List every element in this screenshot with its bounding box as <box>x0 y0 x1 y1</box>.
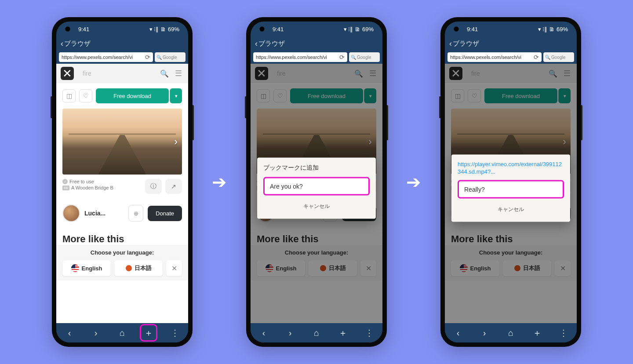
google-search[interactable]: 🔍Google <box>349 52 380 62</box>
language-close-icon[interactable]: ✕ <box>166 260 182 276</box>
google-search[interactable]: 🔍Google <box>155 52 186 62</box>
nav-home-icon[interactable]: ⌂ <box>115 325 130 340</box>
nav-back-icon[interactable]: ‹ <box>256 325 271 340</box>
cc-icon: CC <box>62 186 69 190</box>
nav-forward-icon[interactable]: › <box>88 325 103 340</box>
author-name[interactable]: Lucia... <box>84 210 106 217</box>
phone-3: 9:41 ▾ ⁝∥ 🗎 69% ‹ブラウザ https://www.pexels… <box>440 17 581 347</box>
nav-add-icon[interactable]: ＋ <box>141 325 156 340</box>
flag-us-icon <box>71 264 79 272</box>
back-chevron-icon[interactable]: ‹ <box>255 39 258 48</box>
site-search-bar: ✕ fire 🔍 ☰ <box>56 64 188 83</box>
app-header: ‹ブラウザ <box>56 36 188 51</box>
avatar[interactable] <box>62 204 80 222</box>
screen-2: 9:41 ▾ ⁝∥ 🗎 69% ‹ブラウザ https://www.pexels… <box>251 22 382 342</box>
search-icon: 🔍 <box>351 55 356 60</box>
check-icon: ✓ <box>62 179 68 184</box>
cancel-button[interactable]: キャンセル <box>263 200 370 213</box>
search-icon[interactable]: 🔍 <box>160 69 169 78</box>
video-name-input[interactable]: Really? <box>458 180 564 199</box>
reload-icon[interactable]: ⟳ <box>339 54 345 61</box>
close-icon[interactable]: ✕ <box>61 67 74 80</box>
page-content: ✕ fire 🔍 ☰ ◫ ♡ Free download ▾ › ✓Free t… <box>56 64 188 323</box>
reload-icon[interactable]: ⟳ <box>145 54 150 61</box>
flag-jp-icon <box>126 265 132 271</box>
app-header: ‹ブラウザ <box>251 36 382 51</box>
search-input[interactable]: fire <box>80 70 154 77</box>
author-row: Lucia... ⊕ Donate <box>56 198 188 228</box>
nav-home-icon[interactable]: ⌂ <box>309 325 324 340</box>
tool-row: ◫ ♡ Free download ▾ <box>56 83 188 109</box>
status-time: 9:41 <box>78 26 89 33</box>
status-bar: 9:41 ▾ ⁝∥ 🗎 69% <box>56 22 188 36</box>
like-button[interactable]: ♡ <box>79 89 92 102</box>
download-caret-icon[interactable]: ▾ <box>170 88 182 103</box>
phone-2: 9:41 ▾ ⁝∥ 🗎 69% ‹ブラウザ https://www.pexels… <box>246 17 387 347</box>
cancel-button[interactable]: キャンセル <box>458 203 564 216</box>
dialog-title: ブックマークに追加 <box>263 164 370 172</box>
url-input[interactable]: https://www.pexels.com/search/vi⟳ <box>59 52 153 62</box>
nav-more-icon[interactable]: ⋮ <box>167 325 182 340</box>
nav-back-icon[interactable]: ‹ <box>62 325 77 340</box>
download-button[interactable]: Free download <box>96 88 169 103</box>
more-heading: More like this <box>56 228 188 245</box>
flow-arrow-icon: ➔ <box>406 172 421 192</box>
status-bar: 9:41 ▾ ⁝∥ 🗎 69% <box>251 22 382 36</box>
meta-row: ✓Free to use CCA Wooden Bridge B ⓘ ↗ <box>56 175 188 198</box>
header-title: ブラウザ <box>64 40 91 48</box>
bottom-nav: ‹ › ⌂ ＋ ⋮ <box>56 323 188 342</box>
hero-image[interactable]: › <box>62 109 182 175</box>
phone-1: 9:41 ▾ ⁝∥ 🗎 69% ‹ブラウザ https://www.pexels… <box>52 17 193 347</box>
nav-forward-icon[interactable]: › <box>283 325 298 340</box>
language-panel: Choose your language: English 日本語 ✕ <box>56 245 188 280</box>
bookmark-dialog: ブックマークに追加 Are you ok? キャンセル <box>257 158 376 219</box>
bottom-nav: ‹›⌂＋⋮ <box>251 323 382 342</box>
url-input[interactable]: https://www.pexels.com/search/vi⟳ <box>253 52 347 62</box>
image-title: A Wooden Bridge B <box>71 185 113 190</box>
share-button[interactable]: ↗ <box>165 179 182 194</box>
flow-arrow-icon: ➔ <box>212 172 227 192</box>
language-heading: Choose your language: <box>62 249 182 256</box>
language-english[interactable]: English <box>62 260 111 276</box>
screen-1: 9:41 ▾ ⁝∥ 🗎 69% ‹ブラウザ https://www.pexels… <box>56 22 188 342</box>
bookmark-button[interactable]: ◫ <box>62 89 76 102</box>
nav-more-icon[interactable]: ⋮ <box>362 325 377 340</box>
menu-icon[interactable]: ☰ <box>175 69 182 78</box>
next-arrow-icon[interactable]: › <box>174 135 178 148</box>
nav-add-icon[interactable]: ＋ <box>335 325 350 340</box>
screen-3: 9:41 ▾ ⁝∥ 🗎 69% ‹ブラウザ https://www.pexels… <box>445 22 577 342</box>
back-chevron-icon[interactable]: ‹ <box>61 39 63 48</box>
url-row: https://www.pexels.com/search/vi⟳ 🔍Googl… <box>56 51 188 64</box>
video-dialog: https://player.vimeo.com/external/399112… <box>451 155 570 222</box>
donate-button[interactable]: Donate <box>148 206 182 221</box>
bookmark-name-input[interactable]: Are you ok? <box>263 177 370 196</box>
dialog-link[interactable]: https://player.vimeo.com/external/399112… <box>458 161 564 176</box>
follow-button[interactable]: ⊕ <box>128 205 143 222</box>
info-button[interactable]: ⓘ <box>145 179 162 194</box>
status-icons: ▾ ⁝∥ 🗎 69% <box>149 26 179 33</box>
page-content: ✕fire🔍☰ ◫♡Free download▾ › ✓Free to useC… <box>251 64 382 323</box>
camera-hole <box>65 26 70 32</box>
camera-hole <box>259 26 265 32</box>
language-japanese[interactable]: 日本語 <box>114 260 163 276</box>
free-label: Free to use <box>69 179 94 184</box>
search-icon: 🔍 <box>156 55 162 60</box>
